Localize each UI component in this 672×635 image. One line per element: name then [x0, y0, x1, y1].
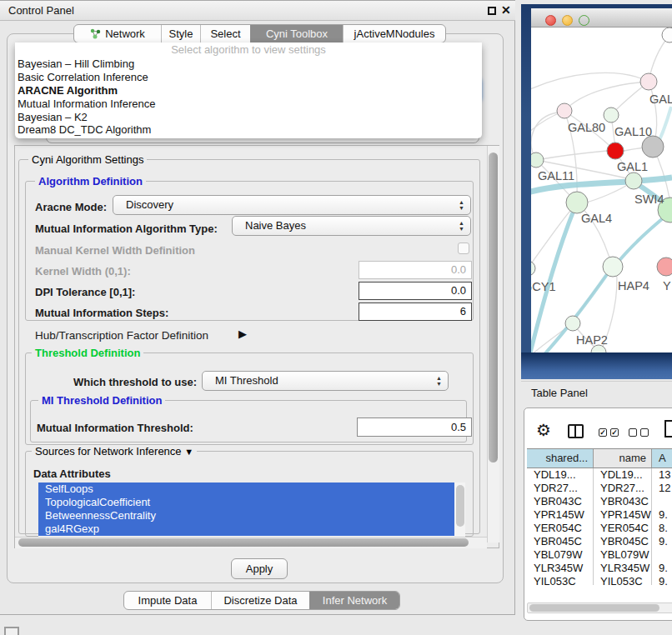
close-icon[interactable]: ✕ — [501, 3, 511, 17]
table-cell[interactable]: 13 — [652, 468, 672, 482]
gear-icon[interactable]: ⚙ — [536, 422, 551, 438]
mi-steps-field[interactable]: 6 — [359, 302, 472, 321]
checked-checkbox-icon[interactable]: ✓ — [599, 428, 607, 437]
network-node[interactable] — [603, 257, 623, 277]
collapse-arrow-icon[interactable]: ▼ — [184, 447, 193, 457]
table-cell[interactable]: 8. — [652, 522, 672, 535]
tab-cyni-toolbox[interactable]: Cyni Toolbox — [250, 25, 343, 42]
network-edge[interactable] — [536, 151, 607, 160]
data-attribute-item[interactable]: gal4RGexp — [38, 522, 454, 536]
table-row[interactable]: YPR145WYPR145W9. — [527, 508, 672, 522]
algorithm-dropdown[interactable]: Select algorithm to view settings Bayesi… — [15, 42, 482, 138]
table-cell[interactable]: YDL19... — [527, 468, 594, 482]
table-row[interactable]: YDL19...YDL19...13 — [527, 468, 672, 482]
settings-vertical-scrollbar-thumb[interactable] — [489, 152, 498, 462]
table-cell[interactable]: YBR043C — [527, 495, 594, 508]
unchecked-checkbox-icon[interactable] — [640, 428, 649, 437]
table-cell[interactable] — [652, 495, 672, 508]
expand-arrow-icon[interactable]: ▶ — [238, 328, 247, 340]
table-horizontal-scrollbar-thumb[interactable] — [529, 604, 659, 612]
dpi-tolerance-field[interactable]: 0.0 — [359, 282, 472, 300]
settings-horizontal-scrollbar-thumb[interactable] — [18, 538, 469, 547]
network-node[interactable] — [604, 108, 619, 122]
float-window-icon[interactable] — [488, 7, 496, 15]
network-node[interactable] — [662, 28, 672, 42]
data-attribute-item[interactable]: BetweennessCentrality — [38, 509, 454, 522]
bottom-tab-impute-data[interactable]: Impute Data — [124, 592, 211, 609]
network-node[interactable] — [625, 172, 642, 189]
table-row[interactable]: YBL079WYBL079W — [527, 548, 672, 562]
table-cell[interactable]: YLR345W — [594, 562, 652, 575]
algorithm-option[interactable]: Bayesian – K2 — [15, 111, 482, 124]
table-cell[interactable]: YBR045C — [527, 535, 594, 548]
columns-icon[interactable] — [568, 424, 584, 438]
table-cell[interactable]: YBR043C — [594, 495, 652, 508]
table-cell[interactable]: YIL053C — [527, 575, 594, 585]
which-threshold-combobox[interactable]: MI Threshold ▲▼ — [202, 371, 449, 391]
table-cell[interactable]: YER054C — [594, 522, 652, 535]
tab-select[interactable]: Select — [200, 25, 250, 42]
table-cell[interactable]: YBR045C — [594, 535, 652, 548]
checked-checkbox-icon[interactable]: ✓ — [610, 428, 619, 437]
apply-button[interactable]: Apply — [231, 558, 288, 579]
table-cell[interactable]: YBL079W — [527, 548, 594, 562]
table-column-header[interactable]: name — [594, 449, 652, 468]
network-node[interactable] — [531, 152, 544, 168]
network-node[interactable] — [557, 103, 572, 118]
data-attribute-item[interactable]: TopologicalCoefficient — [38, 496, 454, 509]
bottom-tab-discretize-data[interactable]: Discretize Data — [211, 592, 309, 609]
algorithm-option[interactable]: Mutual Information Inference — [15, 98, 482, 111]
zoom-traffic-light-icon[interactable] — [579, 15, 589, 26]
algorithm-option[interactable]: Dream8 DC_TDC Algorithm — [15, 123, 482, 137]
table-cell[interactable]: YER054C — [527, 522, 594, 535]
network-node[interactable] — [640, 73, 657, 90]
table-cell[interactable] — [652, 548, 672, 562]
table-cell[interactable]: 9. — [652, 575, 672, 585]
table-cell[interactable]: 9. — [652, 535, 672, 548]
network-node[interactable] — [657, 258, 672, 276]
table-row[interactable]: YER054CYER054C8. — [527, 522, 672, 535]
network-node[interactable] — [642, 136, 664, 158]
network-edge[interactable] — [564, 82, 649, 111]
tab-network[interactable]: Network — [74, 25, 161, 42]
table-row[interactable]: YBR045CYBR045C9. — [527, 535, 672, 548]
table-cell[interactable]: YDR27... — [527, 482, 594, 495]
table-row[interactable]: YBR043CYBR043C — [527, 495, 672, 508]
table-cell[interactable]: YIL053C — [594, 575, 652, 585]
table-column-header[interactable]: A — [652, 449, 672, 468]
algorithm-option[interactable]: ARACNE Algorithm — [15, 84, 482, 98]
attributes-scrollbar-thumb[interactable] — [456, 485, 464, 527]
table-cell[interactable]: YLR345W — [527, 562, 594, 575]
mi-threshold-field[interactable]: 0.5 — [357, 418, 472, 437]
table-cell[interactable]: YDL19... — [594, 468, 652, 482]
mi-algorithm-type-combobox[interactable]: Naive Bayes ▲▼ — [232, 216, 471, 236]
table-cell[interactable]: 12 — [652, 482, 672, 495]
network-node[interactable] — [565, 316, 580, 331]
table-cell[interactable]: YDR27... — [594, 482, 652, 495]
algorithm-option[interactable]: Bayesian – Hill Climbing — [15, 58, 482, 71]
minimize-traffic-light-icon[interactable] — [562, 15, 573, 26]
tab-jactivemnodules[interactable]: jActiveMNodules — [343, 25, 445, 42]
table-row[interactable]: YLR345WYLR345W9. — [527, 562, 672, 575]
table-column-header[interactable]: shared... — [527, 449, 594, 468]
bottom-tab-infer-network[interactable]: Infer Network — [309, 592, 399, 609]
table-cell[interactable]: 9. — [652, 508, 672, 522]
minimized-panel-icon[interactable] — [4, 627, 19, 635]
close-traffic-light-icon[interactable] — [545, 15, 556, 26]
algorithm-option[interactable]: Basic Correlation Inference — [15, 71, 482, 84]
network-node[interactable] — [607, 142, 624, 159]
data-attribute-item[interactable]: SelfLoops — [38, 482, 454, 496]
table-row[interactable]: YDR27...YDR27...12 — [527, 482, 672, 495]
aracne-mode-combobox[interactable]: Discovery ▲▼ — [113, 195, 471, 215]
file-icon[interactable] — [664, 420, 672, 438]
unchecked-checkbox-icon[interactable] — [629, 428, 637, 437]
network-node[interactable] — [566, 192, 588, 213]
table-row[interactable]: YIL053CYIL053C9. — [527, 575, 672, 585]
data-attributes-list[interactable]: SelfLoopsTopologicalCoefficientBetweenne… — [38, 482, 465, 537]
network-node[interactable] — [531, 261, 535, 276]
table-cell[interactable]: YPR145W — [527, 508, 594, 522]
table-cell[interactable]: YBL079W — [594, 548, 652, 562]
tab-style[interactable]: Style — [161, 25, 200, 42]
network-view[interactable]: GALGAL80GAL10GAL1GAL11GAL4SWI4GCY1HAP4YH… — [531, 28, 672, 353]
table-cell[interactable]: YPR145W — [594, 508, 652, 522]
